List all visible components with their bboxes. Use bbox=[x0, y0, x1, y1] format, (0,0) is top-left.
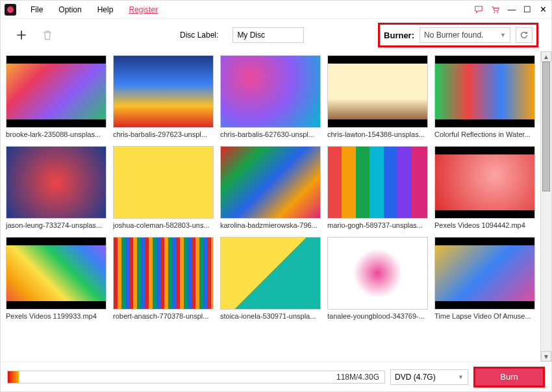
file-tile[interactable]: Pexels Videos 1199933.mp4 bbox=[6, 237, 107, 321]
feedback-icon[interactable] bbox=[473, 5, 484, 15]
file-tile[interactable]: brooke-lark-235088-unsplas... bbox=[6, 55, 107, 140]
file-thumbnail[interactable] bbox=[6, 55, 107, 128]
file-thumbnail[interactable] bbox=[434, 237, 535, 310]
file-name-label: chris-lawton-154388-unsplas... bbox=[327, 130, 428, 140]
file-tile[interactable]: chris-barbalis-627630-unspl... bbox=[220, 55, 321, 140]
file-tile[interactable]: tanalee-youngblood-343769-... bbox=[327, 237, 428, 321]
gallery-area: brooke-lark-235088-unsplas...chris-barba… bbox=[1, 51, 551, 361]
menu-option[interactable]: Option bbox=[51, 3, 89, 17]
file-thumbnail[interactable] bbox=[6, 146, 107, 219]
file-thumbnail[interactable] bbox=[113, 237, 214, 310]
menu-file[interactable]: File bbox=[23, 3, 51, 17]
file-tile[interactable]: robert-anasch-770378-unspl... bbox=[113, 237, 214, 321]
file-name-label: Pexels Videos 1094442.mp4 bbox=[434, 221, 535, 230]
menu-register[interactable]: Register bbox=[121, 3, 166, 17]
file-name-label: chris-barbalis-627630-unspl... bbox=[220, 130, 321, 140]
file-thumbnail[interactable] bbox=[327, 55, 428, 128]
bottom-bar: 118M/4.30G DVD (4.7G) ▼ Burn bbox=[1, 361, 551, 391]
add-button[interactable] bbox=[14, 27, 29, 43]
svg-point-0 bbox=[494, 12, 495, 13]
file-thumbnail[interactable] bbox=[220, 237, 321, 310]
file-thumbnail[interactable] bbox=[113, 55, 214, 128]
menu-help[interactable]: Help bbox=[90, 3, 121, 17]
menubar: File Option Help Register — ☐ ✕ bbox=[1, 1, 551, 19]
file-tile[interactable]: karolina-badzmierowska-796... bbox=[220, 146, 321, 230]
file-grid: brooke-lark-235088-unsplas...chris-barba… bbox=[1, 51, 540, 361]
file-thumbnail[interactable] bbox=[327, 146, 428, 219]
file-name-label: joshua-coleman-582803-uns... bbox=[113, 221, 214, 230]
refresh-burner-button[interactable] bbox=[516, 27, 533, 43]
file-name-label: tanalee-youngblood-343769-... bbox=[327, 312, 428, 321]
file-tile[interactable]: mario-gogh-589737-unsplas... bbox=[327, 146, 428, 230]
close-button[interactable]: ✕ bbox=[538, 5, 547, 14]
disc-type-value: DVD (4.7G) bbox=[395, 373, 436, 382]
maximize-button[interactable]: ☐ bbox=[523, 5, 532, 14]
burner-section: Burner: No Burner found. ▼ bbox=[378, 23, 538, 47]
file-tile[interactable]: chris-barbalis-297623-unspl... bbox=[113, 55, 214, 140]
burn-button[interactable]: Burn bbox=[473, 367, 545, 387]
file-tile[interactable]: Colorful Reflections in Water... bbox=[434, 55, 535, 140]
file-name-label: Time Lapse Video Of Amuse... bbox=[434, 312, 535, 321]
capacity-text: 118M/4.30G bbox=[336, 373, 379, 382]
file-thumbnail[interactable] bbox=[6, 237, 107, 310]
file-name-label: brooke-lark-235088-unsplas... bbox=[6, 130, 107, 140]
file-thumbnail[interactable] bbox=[220, 146, 321, 219]
vertical-scrollbar[interactable]: ▲ ▼ bbox=[540, 51, 551, 361]
file-tile[interactable]: jason-leung-733274-unsplas... bbox=[6, 146, 107, 230]
file-tile[interactable]: chris-lawton-154388-unsplas... bbox=[327, 55, 428, 140]
scroll-thumb[interactable] bbox=[542, 62, 550, 191]
file-tile[interactable]: stoica-ionela-530971-unspla... bbox=[220, 237, 321, 321]
window-controls: — ☐ ✕ bbox=[473, 5, 547, 15]
minimize-button[interactable]: — bbox=[507, 5, 516, 14]
file-thumbnail[interactable] bbox=[113, 146, 214, 219]
scroll-up-button[interactable]: ▲ bbox=[541, 51, 551, 62]
file-thumbnail[interactable] bbox=[434, 146, 535, 219]
burner-select[interactable]: No Burner found. ▼ bbox=[420, 27, 510, 43]
disc-type-select[interactable]: DVD (4.7G) ▼ bbox=[390, 369, 468, 385]
toolbar: Disc Label: Burner: No Burner found. ▼ bbox=[1, 19, 551, 51]
burner-label: Burner: bbox=[384, 31, 414, 40]
file-name-label: karolina-badzmierowska-796... bbox=[220, 221, 321, 230]
file-name-label: Pexels Videos 1199933.mp4 bbox=[6, 312, 107, 321]
disc-label-text: Disc Label: bbox=[180, 31, 218, 40]
file-name-label: Colorful Reflections in Water... bbox=[434, 130, 535, 140]
disc-label-input[interactable] bbox=[232, 27, 304, 43]
svg-point-1 bbox=[497, 12, 499, 13]
chevron-down-icon: ▼ bbox=[500, 32, 506, 38]
file-name-label: chris-barbalis-297623-unspl... bbox=[113, 130, 214, 140]
file-name-label: robert-anasch-770378-unspl... bbox=[113, 312, 214, 321]
file-name-label: mario-gogh-589737-unsplas... bbox=[327, 221, 428, 230]
file-name-label: jason-leung-733274-unsplas... bbox=[6, 221, 107, 230]
file-tile[interactable]: joshua-coleman-582803-uns... bbox=[113, 146, 214, 230]
app-logo-icon bbox=[5, 4, 16, 16]
cart-icon[interactable] bbox=[490, 5, 501, 15]
chevron-down-icon: ▼ bbox=[458, 374, 464, 380]
file-tile[interactable]: Pexels Videos 1094442.mp4 bbox=[434, 146, 535, 230]
file-thumbnail[interactable] bbox=[220, 55, 321, 128]
capacity-fill bbox=[8, 371, 19, 383]
burner-value: No Burner found. bbox=[424, 31, 483, 40]
delete-button[interactable] bbox=[40, 27, 55, 43]
file-thumbnail[interactable] bbox=[327, 237, 428, 310]
file-thumbnail[interactable] bbox=[434, 55, 535, 128]
scroll-down-button[interactable]: ▼ bbox=[541, 351, 551, 361]
file-tile[interactable]: Time Lapse Video Of Amuse... bbox=[434, 237, 535, 321]
capacity-bar: 118M/4.30G bbox=[7, 371, 385, 384]
file-name-label: stoica-ionela-530971-unspla... bbox=[220, 312, 321, 321]
